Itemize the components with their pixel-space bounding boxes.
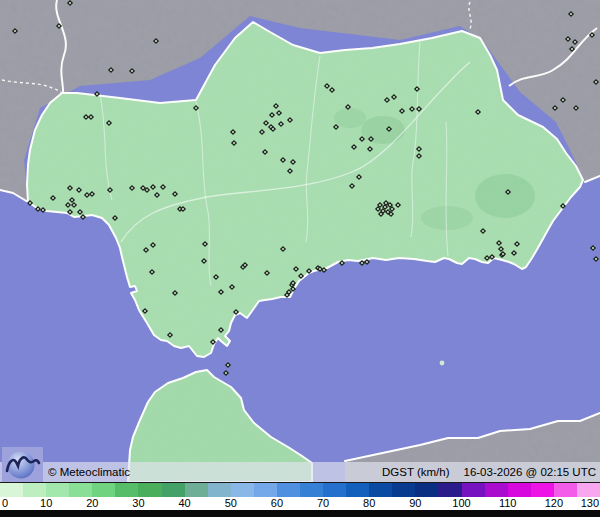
scale-block bbox=[231, 483, 254, 497]
scale-tick-label: 130 bbox=[581, 497, 599, 510]
scale-block bbox=[23, 483, 46, 497]
color-scale bbox=[0, 482, 600, 497]
scale-block bbox=[208, 483, 231, 497]
scale-ticks: 0102030405060708090100110120130 bbox=[0, 497, 600, 510]
scale-tick-label: 90 bbox=[409, 497, 421, 510]
scale-block bbox=[369, 483, 392, 497]
scale-block bbox=[485, 483, 508, 497]
alboran-island bbox=[440, 361, 445, 366]
logo-globe bbox=[8, 452, 35, 479]
scale-block bbox=[162, 483, 185, 497]
scale-block bbox=[92, 483, 115, 497]
scale-tick-label: 20 bbox=[86, 497, 98, 510]
footer-right-group: DGST (km/h)16-03-2026 @ 02:15 UTC bbox=[368, 466, 596, 478]
scale-block bbox=[323, 483, 346, 497]
scale-block bbox=[392, 483, 415, 497]
scale-block bbox=[0, 483, 23, 497]
footer-bar: © Meteoclimatic DGST (km/h)16-03-2026 @ … bbox=[0, 462, 600, 482]
scale-block bbox=[138, 483, 161, 497]
scale-block bbox=[300, 483, 323, 497]
scale-tick-label: 60 bbox=[271, 497, 283, 510]
meteoclimatic-logo[interactable] bbox=[2, 447, 43, 482]
weather-map-window: © Meteoclimatic DGST (km/h)16-03-2026 @ … bbox=[0, 0, 600, 517]
scale-tick-label: 50 bbox=[225, 497, 237, 510]
scale-block bbox=[115, 483, 138, 497]
scale-block bbox=[277, 483, 300, 497]
scale-block bbox=[577, 483, 600, 497]
scale-tick-label: 0 bbox=[2, 497, 8, 510]
product-label: DGST (km/h) bbox=[382, 466, 450, 478]
scale-tick-label: 40 bbox=[178, 497, 190, 510]
scale-tick-label: 100 bbox=[452, 497, 470, 510]
scale-block bbox=[438, 483, 461, 497]
scale-block bbox=[531, 483, 554, 497]
scale-block bbox=[462, 483, 485, 497]
scale-block bbox=[508, 483, 531, 497]
scale-tick-label: 120 bbox=[545, 497, 563, 510]
scale-block bbox=[185, 483, 208, 497]
map-canvas[interactable] bbox=[0, 0, 600, 482]
bottom-black-strip bbox=[0, 510, 600, 517]
scale-tick-label: 110 bbox=[499, 497, 517, 510]
scale-block bbox=[46, 483, 69, 497]
scale-block bbox=[69, 483, 92, 497]
scale-block bbox=[346, 483, 369, 497]
datetime-label: 16-03-2026 @ 02:15 UTC bbox=[464, 466, 597, 478]
scale-tick-label: 80 bbox=[363, 497, 375, 510]
scale-tick-label: 70 bbox=[317, 497, 329, 510]
scale-block bbox=[554, 483, 577, 497]
scale-tick-label: 10 bbox=[40, 497, 52, 510]
scale-block bbox=[254, 483, 277, 497]
scale-block bbox=[415, 483, 438, 497]
copyright-label: © Meteoclimatic bbox=[48, 466, 130, 478]
scale-tick-label: 30 bbox=[132, 497, 144, 510]
